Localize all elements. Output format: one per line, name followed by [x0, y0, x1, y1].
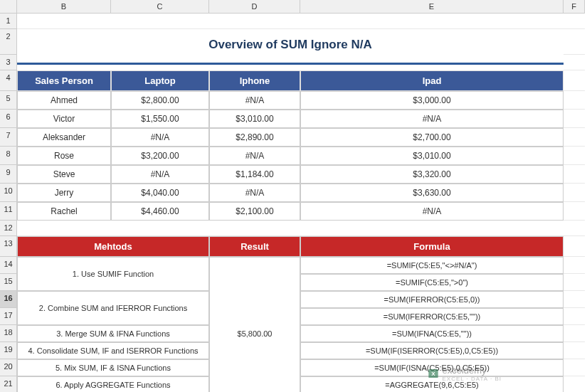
title-underline [17, 55, 564, 65]
row-header-4[interactable]: 4 [0, 70, 17, 91]
row-header-2[interactable]: 2 [0, 29, 17, 55]
row-header-20[interactable]: 20 [0, 359, 17, 376]
col-header-D[interactable]: D [209, 0, 300, 14]
row-header-9[interactable]: 9 [0, 165, 17, 184]
row-header-10[interactable]: 10 [0, 184, 17, 202]
table-cell[interactable]: Jerry [17, 184, 111, 202]
table-cell[interactable]: $3,000.00 [300, 91, 564, 110]
row-header-5[interactable]: 5 [0, 91, 17, 110]
table-cell[interactable]: $3,320.00 [300, 165, 564, 184]
formula-cell[interactable]: =SUM(IF(ISNA(C5:E5),0,C5:E5)) [300, 359, 564, 376]
table-cell[interactable]: #N/A [209, 147, 300, 165]
formula-cell[interactable]: =SUM(IFNA(C5:E5,"")) [300, 325, 564, 342]
result-cell[interactable]: $5,800.00 [209, 257, 300, 392]
row-header-16[interactable]: 16 [0, 291, 17, 308]
table-cell[interactable]: Ahmed [17, 91, 111, 110]
table-cell[interactable]: $2,890.00 [209, 128, 300, 147]
th-methods[interactable]: Mehtods [17, 236, 209, 257]
select-all-corner[interactable] [0, 0, 17, 14]
row-header-17[interactable]: 17 [0, 308, 17, 325]
method-cell[interactable]: 3. Merge SUM & IFNA Functions [17, 325, 209, 342]
row-header-7[interactable]: 7 [0, 128, 17, 147]
method-cell[interactable]: 1. Use SUMIF Function [17, 257, 209, 291]
row-header-14[interactable]: 14 [0, 257, 17, 274]
col-header-E[interactable]: E [300, 0, 564, 14]
table-cell[interactable]: $4,040.00 [111, 184, 209, 202]
method-cell[interactable]: 2. Combine SUM and IFERROR Functions [17, 291, 209, 325]
th-result[interactable]: Result [209, 236, 300, 257]
table-cell[interactable]: #N/A [111, 128, 209, 147]
row-header-21[interactable]: 21 [0, 376, 17, 392]
formula-cell[interactable]: =SUM(IFERROR(C5:E5,"")) [300, 308, 564, 325]
table-cell[interactable]: #N/A [209, 184, 300, 202]
method-cell[interactable]: 5. Mix SUM, IF & ISNA Functions [17, 359, 209, 376]
method-cell[interactable]: 6. Apply AGGREGATE Functions [17, 376, 209, 392]
formula-cell[interactable]: =SUMIF(C5:E5,"<>#N/A") [300, 257, 564, 274]
table-cell[interactable]: $2,800.00 [111, 91, 209, 110]
page-title: Overview of SUM Ignore N/A [208, 38, 372, 51]
row-header-18[interactable]: 18 [0, 325, 17, 342]
th-iphone[interactable]: Iphone [209, 70, 300, 91]
th-salesperson[interactable]: Sales Person [17, 70, 111, 91]
table-cell[interactable]: Rose [17, 147, 111, 165]
table-cell[interactable]: $3,010.00 [300, 147, 564, 165]
formula-cell[interactable]: =SUM(IF(ISERROR(C5:E5),0,C5:E5)) [300, 342, 564, 359]
table-cell[interactable]: #N/A [300, 202, 564, 221]
table-cell[interactable]: $4,460.00 [111, 202, 209, 221]
row-header-15[interactable]: 15 [0, 274, 17, 291]
table-cell[interactable]: Victor [17, 110, 111, 128]
row-header-11[interactable]: 11 [0, 202, 17, 221]
formula-cell[interactable]: =SUM(IFERROR(C5:E5,0)) [300, 291, 564, 308]
row-header-8[interactable]: 8 [0, 147, 17, 165]
col-header-F[interactable]: F [564, 0, 585, 14]
spreadsheet-grid: B C D E F 1 2 Overview of SUM Ignore N/A… [0, 0, 587, 392]
row-header-1[interactable]: 1 [0, 14, 17, 29]
table-cell[interactable]: $3,630.00 [300, 184, 564, 202]
table-cell[interactable]: $3,200.00 [111, 147, 209, 165]
th-ipad[interactable]: Ipad [300, 70, 564, 91]
table-cell[interactable]: Steve [17, 165, 111, 184]
formula-cell[interactable]: =SUMIF(C5:E5,">0") [300, 274, 564, 291]
row-header-13[interactable]: 13 [0, 236, 17, 257]
table-cell[interactable]: Aleksander [17, 128, 111, 147]
row-header-6[interactable]: 6 [0, 110, 17, 128]
table-cell[interactable]: #N/A [300, 110, 564, 128]
col-header-B[interactable]: B [17, 0, 111, 14]
row-header-19[interactable]: 19 [0, 342, 17, 359]
formula-cell[interactable]: =AGGREGATE(9,6,C5:E5) [300, 376, 564, 392]
table-cell[interactable]: Rachel [17, 202, 111, 221]
row-header-3[interactable]: 3 [0, 55, 17, 70]
page-title-wrap: Overview of SUM Ignore N/A [17, 29, 564, 55]
table-cell[interactable]: $1,184.00 [209, 165, 300, 184]
table-cell[interactable]: $1,550.00 [111, 110, 209, 128]
col-header-C[interactable]: C [111, 0, 209, 14]
table-cell[interactable]: $2,100.00 [209, 202, 300, 221]
method-cell[interactable]: 4. Consolidate SUM, IF and ISERROR Funct… [17, 342, 209, 359]
table-cell[interactable]: #N/A [111, 165, 209, 184]
row-header-12[interactable]: 12 [0, 221, 17, 236]
table-cell[interactable]: $3,010.00 [209, 110, 300, 128]
table-cell[interactable]: #N/A [209, 91, 300, 110]
th-laptop[interactable]: Laptop [111, 70, 209, 91]
table-cell[interactable]: $2,700.00 [300, 128, 564, 147]
th-formula[interactable]: Formula [300, 236, 564, 257]
